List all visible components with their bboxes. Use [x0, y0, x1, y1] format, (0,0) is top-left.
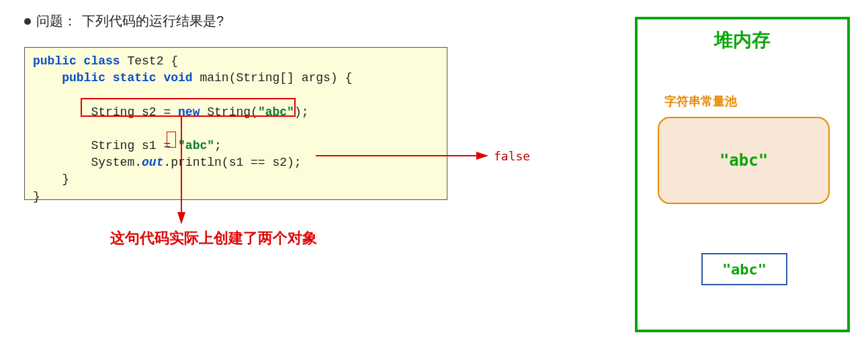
annotation-text: 这句代码实际上创建了两个对象	[110, 228, 317, 248]
pool-abc-value: "abc"	[720, 151, 768, 170]
code-s2-e: );	[294, 105, 309, 119]
bullet-icon	[24, 18, 31, 25]
code-s2-c: String(	[200, 105, 257, 119]
heap-title: 堆内存	[638, 28, 847, 53]
question-label: 问题：	[36, 12, 77, 30]
heap-abc-value: "abc"	[722, 261, 767, 278]
question-line: 问题： 下列代码的运行结果是?	[24, 12, 224, 30]
kw-psv: public static void	[33, 71, 193, 85]
code-s1-c: ;	[214, 139, 222, 152]
code-main: main(String[] args) {	[193, 71, 353, 85]
result-false: false	[494, 149, 530, 163]
code-print-a: System.	[33, 156, 142, 169]
code-s2-a: String s2 =	[33, 105, 178, 119]
str-abc1: "abc"	[258, 105, 294, 119]
kw-out: out	[142, 156, 163, 169]
string-pool-box: "abc"	[658, 117, 830, 204]
code-block: public class Test2 { public static void …	[24, 47, 447, 200]
question-text: 下列代码的运行结果是?	[82, 12, 224, 30]
kw-new: new	[178, 105, 200, 119]
code-close2: }	[33, 190, 40, 203]
str-abc2: "abc"	[178, 139, 214, 152]
code-close1: }	[33, 173, 69, 186]
code-t1: Test2 {	[120, 54, 178, 68]
code-s1-a: String s1 =	[33, 139, 178, 152]
string-pool-label: 字符串常量池	[664, 93, 737, 109]
heap-memory-box: 堆内存 字符串常量池 "abc" "abc"	[635, 17, 850, 332]
code-print-c: .println(s1 == s2);	[163, 156, 301, 169]
heap-object-box: "abc"	[701, 253, 787, 285]
kw-public-class: public class	[33, 54, 120, 68]
